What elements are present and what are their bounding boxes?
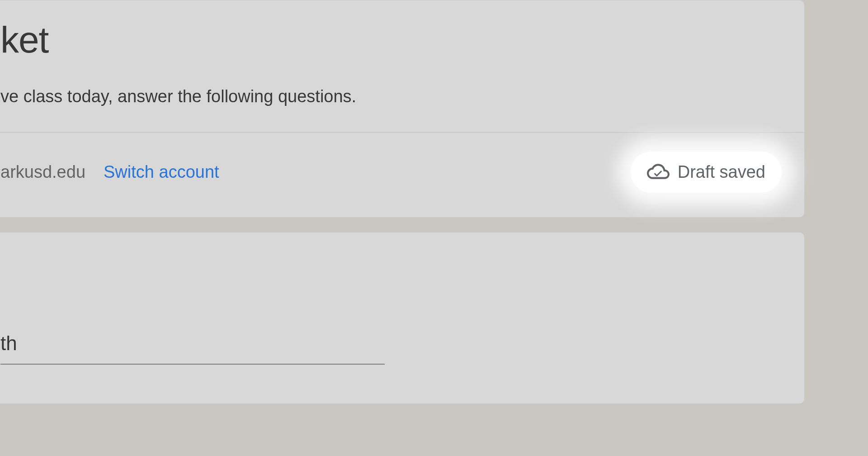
account-email: arkusd.edu (0, 162, 85, 182)
account-row: arkusd.edu Switch account Draft saved (0, 133, 804, 217)
answer-row: th (0, 332, 782, 365)
form-header: ket ve class today, answer the following… (0, 0, 804, 132)
draft-saved-badge: Draft saved (631, 152, 782, 193)
switch-account-link[interactable]: Switch account (104, 162, 219, 182)
form-description: ve class today, answer the following que… (0, 84, 782, 109)
draft-saved-text: Draft saved (678, 162, 765, 182)
input-underline (0, 364, 385, 365)
question-card: th (0, 232, 805, 404)
form-title: ket (0, 19, 782, 61)
answer-text: th (0, 332, 385, 364)
account-info: arkusd.edu Switch account (0, 162, 219, 182)
cloud-done-icon (647, 163, 670, 182)
answer-input[interactable]: th (0, 332, 385, 365)
form-header-card: ket ve class today, answer the following… (0, 0, 805, 218)
